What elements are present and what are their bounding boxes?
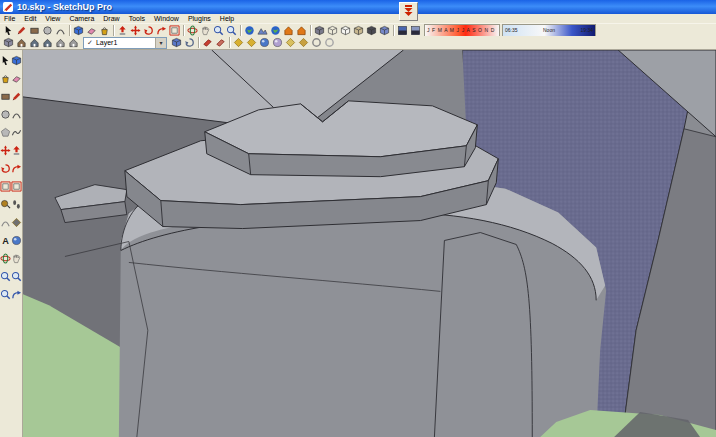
freehand-button[interactable] xyxy=(11,124,22,142)
toolbar-separator xyxy=(229,37,230,48)
plugin-gem-3-button[interactable] xyxy=(284,37,297,49)
get-models-button[interactable] xyxy=(282,24,295,36)
look-around-button[interactable] xyxy=(11,232,22,250)
select-button[interactable] xyxy=(0,52,11,70)
zoom-button[interactable] xyxy=(212,24,225,36)
style-textured-button[interactable] xyxy=(365,24,378,36)
style-shaded-button[interactable] xyxy=(352,24,365,36)
style-hiddenline-button[interactable] xyxy=(339,24,352,36)
shadow-toggle-button[interactable] xyxy=(409,24,422,36)
plugin-ring-button[interactable] xyxy=(310,37,323,49)
make-component-button[interactable] xyxy=(72,24,85,36)
plugin-gem-2-button[interactable] xyxy=(245,37,258,49)
position-camera-button[interactable] xyxy=(11,214,22,232)
rotate-button[interactable] xyxy=(0,160,11,178)
menu-tools[interactable]: Tools xyxy=(129,15,145,22)
view-back-icon xyxy=(68,37,79,48)
add-location-icon xyxy=(244,25,255,36)
menu-file[interactable]: File xyxy=(4,15,15,22)
style-wireframe-button[interactable] xyxy=(326,24,339,36)
polygon-button[interactable] xyxy=(0,124,11,142)
offset-button[interactable] xyxy=(11,178,22,196)
arc-button[interactable] xyxy=(11,106,22,124)
arc-button[interactable] xyxy=(54,24,67,36)
circle-button[interactable] xyxy=(0,106,11,124)
follow-me-button[interactable] xyxy=(11,160,22,178)
line-button[interactable] xyxy=(11,88,22,106)
toolbar-separator xyxy=(393,25,394,36)
plugin-ball-button[interactable] xyxy=(258,37,271,49)
plugin-loop-button[interactable] xyxy=(323,37,336,49)
zoom-extents-button[interactable] xyxy=(0,286,11,304)
view-front-button[interactable] xyxy=(28,37,41,49)
style-xray-button[interactable] xyxy=(313,24,326,36)
zoom-window-button[interactable] xyxy=(11,268,22,286)
menu-draw[interactable]: Draw xyxy=(103,15,119,22)
paint-bucket-button[interactable] xyxy=(98,24,111,36)
menu-plugins[interactable]: Plugins xyxy=(188,15,211,22)
text-button[interactable]: A xyxy=(0,232,11,250)
section-cuts-button[interactable] xyxy=(214,37,227,49)
plugins-quick-launch-button[interactable] xyxy=(399,2,418,21)
shadow-date-slider[interactable]: J F M A M J J A S O N D xyxy=(424,24,500,37)
layers-dropdown[interactable]: ✓ Layer1 ▾ xyxy=(83,37,167,49)
push-pull-button[interactable] xyxy=(11,142,22,160)
orbit-button[interactable] xyxy=(0,250,11,268)
rectangle-button[interactable] xyxy=(28,24,41,36)
tape-measure-button[interactable] xyxy=(0,196,11,214)
walk-button[interactable] xyxy=(11,196,22,214)
offset-button[interactable] xyxy=(168,24,181,36)
menu-help[interactable]: Help xyxy=(220,15,234,22)
menu-edit[interactable]: Edit xyxy=(24,15,36,22)
menu-window[interactable]: Window xyxy=(154,15,179,22)
push-pull-button[interactable] xyxy=(116,24,129,36)
circle-button[interactable] xyxy=(41,24,54,36)
share-models-button[interactable] xyxy=(295,24,308,36)
model-viewport[interactable]: http://karanak.livejournal.com/ xyxy=(23,50,716,437)
menu-camera[interactable]: Camera xyxy=(69,15,94,22)
pan-button[interactable] xyxy=(11,250,22,268)
plugin-gem-1-button[interactable] xyxy=(232,37,245,49)
styles-browser-button[interactable] xyxy=(170,37,183,49)
axes-button[interactable] xyxy=(183,37,196,49)
orbit-icon xyxy=(187,25,198,36)
pan-button[interactable] xyxy=(199,24,212,36)
title-bar: 10.skp - SketchUp Pro xyxy=(0,0,716,14)
view-top-button[interactable] xyxy=(15,37,28,49)
protractor-button[interactable] xyxy=(0,214,11,232)
plugin-gem-4-button[interactable] xyxy=(297,37,310,49)
view-left-button[interactable] xyxy=(54,37,67,49)
view-iso-button[interactable] xyxy=(2,37,15,49)
shadow-dialog-button[interactable] xyxy=(396,24,409,36)
dropdown-arrow-icon[interactable]: ▾ xyxy=(155,38,166,48)
view-back-button[interactable] xyxy=(67,37,80,49)
views-toolbar: ✓ Layer1 ▾ xyxy=(0,36,716,50)
orbit-button[interactable] xyxy=(186,24,199,36)
view-right-button[interactable] xyxy=(41,37,54,49)
paint-bucket-button[interactable] xyxy=(0,70,11,88)
add-location-button[interactable] xyxy=(243,24,256,36)
plugin-disc-button[interactable] xyxy=(271,37,284,49)
move-button[interactable] xyxy=(129,24,142,36)
pan-icon xyxy=(200,25,211,36)
zoom-button[interactable] xyxy=(0,268,11,286)
eraser-button[interactable] xyxy=(11,70,22,88)
sketchup-app-icon xyxy=(3,2,13,12)
rectangle-button[interactable] xyxy=(0,88,11,106)
make-component-button[interactable] xyxy=(11,52,22,70)
photo-textures-button[interactable] xyxy=(269,24,282,36)
section-plane-button[interactable] xyxy=(201,37,214,49)
scale-button[interactable] xyxy=(0,178,11,196)
style-monochrome-button[interactable] xyxy=(378,24,391,36)
shadow-time-slider[interactable]: 06:35 Noon 19:34 xyxy=(502,24,596,37)
select-button[interactable] xyxy=(2,24,15,36)
menu-view[interactable]: View xyxy=(45,15,60,22)
move-button[interactable] xyxy=(0,142,11,160)
zoom-extents-button[interactable] xyxy=(225,24,238,36)
eraser-button[interactable] xyxy=(85,24,98,36)
rotate-button[interactable] xyxy=(142,24,155,36)
previous-button[interactable] xyxy=(11,286,22,304)
toggle-terrain-button[interactable] xyxy=(256,24,269,36)
follow-me-button[interactable] xyxy=(155,24,168,36)
line-button[interactable] xyxy=(15,24,28,36)
